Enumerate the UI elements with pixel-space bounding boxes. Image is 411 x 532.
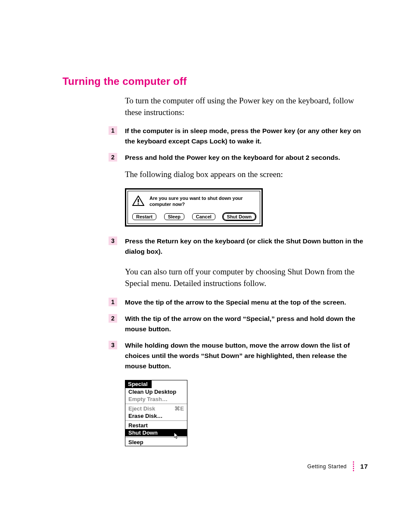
page-number: 17	[360, 463, 368, 470]
menu-separator	[125, 420, 187, 421]
step-number: 2	[109, 153, 117, 162]
menu-item-shortcut: ⌘E	[174, 405, 184, 412]
step-text: Press the Return key on the keyboard (or…	[125, 236, 368, 257]
step-b-3: 3 While holding down the mouse button, m…	[109, 340, 368, 371]
step-text: Press and hold the Power key on the keyb…	[125, 152, 368, 163]
special-menu-figure: Special Clean Up Desktop Empty Trash… Ej…	[125, 380, 368, 446]
step-text: Move the tip of the arrow to the Special…	[125, 297, 368, 308]
menu-item-label: Eject Disk	[128, 405, 155, 412]
svg-rect-1	[138, 199, 139, 202]
section-title: Turning the computer off	[62, 75, 368, 87]
menu-item-empty-trash: Empty Trash…	[125, 395, 187, 403]
shutdown-dialog-figure: Are you sure you want to shut down your …	[125, 188, 368, 227]
menu-item-label: Erase Disk…	[128, 413, 163, 419]
dialog-lead-text: The following dialog box appears on the …	[125, 169, 368, 180]
menu-item-label: Sleep	[128, 439, 143, 445]
menu-item-restart[interactable]: Restart	[125, 422, 187, 429]
menu-item-shut-down[interactable]: Shut Down	[125, 429, 187, 436]
menu-item-eject-disk: Eject Disk ⌘E	[125, 405, 187, 412]
step-a-2: 2 Press and hold the Power key on the ke…	[109, 152, 368, 163]
svg-marker-3	[174, 432, 178, 439]
step-a-3: 3 Press the Return key on the keyboard (…	[109, 236, 368, 257]
page-footer: Getting Started ••••• 17	[307, 461, 368, 472]
menu-item-cleanup[interactable]: Clean Up Desktop	[125, 388, 187, 395]
step-number: 2	[109, 314, 117, 323]
footer-dots-icon: •••••	[353, 461, 355, 472]
menu-item-label: Restart	[128, 422, 148, 429]
step-number: 1	[109, 126, 117, 135]
step-text: While holding down the mouse button, mov…	[125, 340, 368, 371]
cancel-button[interactable]: Cancel	[192, 213, 215, 220]
sleep-button[interactable]: Sleep	[164, 213, 184, 220]
step-b-1: 1 Move the tip of the arrow to the Speci…	[109, 297, 368, 308]
step-b-2: 2 With the tip of the arrow on the word …	[109, 314, 368, 334]
step-number: 1	[109, 298, 117, 306]
svg-rect-2	[138, 203, 139, 205]
step-number: 3	[109, 236, 117, 245]
footer-section-label: Getting Started	[307, 464, 347, 470]
menu-title[interactable]: Special	[125, 380, 152, 388]
menu-item-erase-disk[interactable]: Erase Disk…	[125, 412, 187, 420]
step-a-1: 1 If the computer is in sleep mode, pres…	[109, 126, 368, 146]
step-text: If the computer is in sleep mode, press …	[125, 126, 368, 146]
menu-separator	[125, 404, 187, 404]
shut-down-button[interactable]: Shut Down	[223, 213, 255, 220]
dialog-message: Are you sure you want to shut down your …	[149, 196, 255, 208]
menu-item-label: Empty Trash…	[128, 396, 168, 402]
step-text: With the tip of the arrow on the word “S…	[125, 314, 368, 334]
menu-item-label: Shut Down	[128, 429, 158, 436]
restart-button[interactable]: Restart	[132, 213, 156, 220]
intro-text: To turn the computer off using the Power…	[125, 95, 368, 118]
menu-item-label: Clean Up Desktop	[128, 389, 176, 395]
alt-method-text: You can also turn off your computer by c…	[125, 266, 368, 289]
step-number: 3	[109, 341, 117, 349]
cursor-icon	[174, 432, 179, 439]
menu-item-sleep[interactable]: Sleep	[125, 439, 187, 446]
warning-icon	[132, 196, 144, 206]
